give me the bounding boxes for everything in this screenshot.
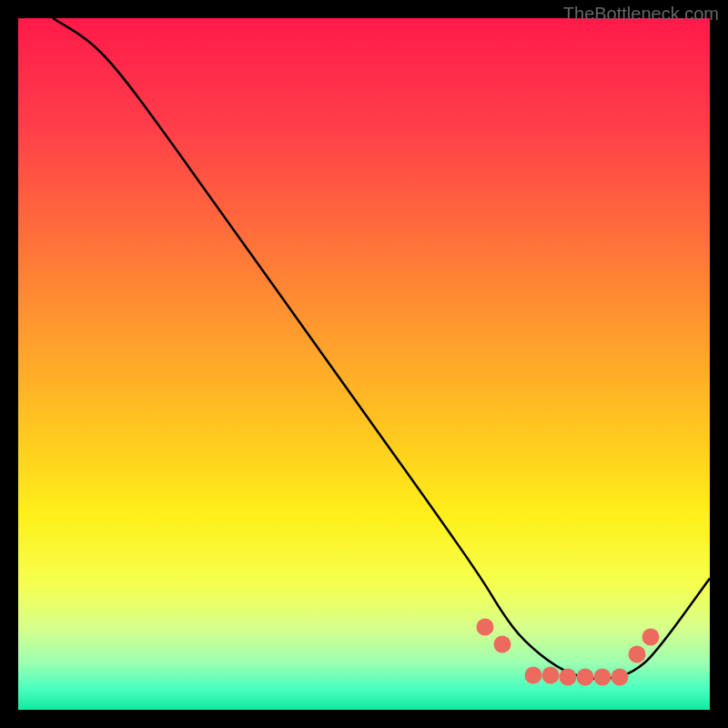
marker-dot xyxy=(577,668,594,685)
curve-line xyxy=(18,18,710,710)
marker-dot xyxy=(629,646,646,663)
marker-dot xyxy=(494,635,511,652)
marker-dot xyxy=(642,629,660,646)
marker-dot xyxy=(525,667,542,684)
marker-dot xyxy=(612,668,629,685)
marker-dot xyxy=(477,618,494,635)
plot-area xyxy=(18,18,710,710)
marker-dot xyxy=(594,668,612,685)
marker-dot xyxy=(542,667,560,684)
marker-dot xyxy=(560,668,577,685)
watermark-text: TheBottleneck.com xyxy=(563,4,719,25)
